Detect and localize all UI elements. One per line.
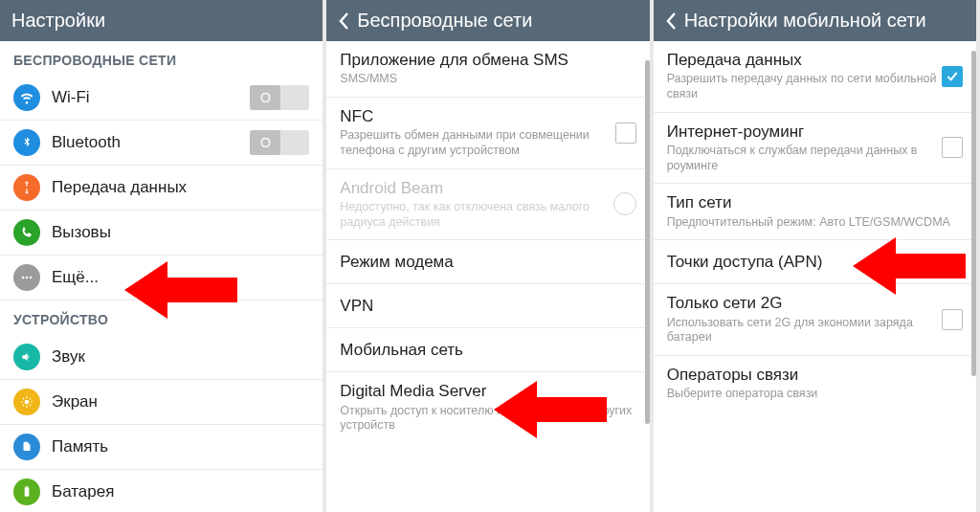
data-sub: Разрешить передачу данных по сети мобиль… bbox=[667, 72, 942, 101]
header-mobile-network[interactable]: Настройки мобильной сети bbox=[654, 0, 976, 41]
dms-sub: Открыть доступ к носителю информации для… bbox=[340, 404, 635, 434]
row-battery[interactable]: Батарея bbox=[0, 470, 323, 512]
nfc-sub: Разрешить обмен данными при совмещении т… bbox=[340, 128, 614, 158]
header-wireless[interactable]: Беспроводные сети bbox=[326, 0, 649, 41]
section-device: УСТРОЙСТВО bbox=[0, 301, 323, 335]
dms-title: Digital Media Server bbox=[340, 382, 635, 401]
row-only-2g[interactable]: Только сети 2G Использовать сети 2G для … bbox=[654, 284, 976, 356]
header-title: Беспроводные сети bbox=[357, 10, 532, 32]
only2g-title: Только сети 2G bbox=[667, 294, 942, 313]
svg-line-8 bbox=[23, 398, 24, 399]
battery-icon bbox=[13, 479, 40, 505]
battery-label: Батарея bbox=[52, 482, 309, 501]
svg-point-0 bbox=[22, 277, 25, 279]
calls-label: Вызовы bbox=[52, 223, 309, 242]
row-vpn[interactable]: VPN bbox=[326, 284, 649, 328]
roaming-title: Интернет-роуминг bbox=[667, 122, 942, 142]
wireless-list: Приложение для обмена SMS SMS/MMS NFC Ра… bbox=[326, 41, 649, 512]
row-data-usage[interactable]: Передача данных bbox=[0, 166, 323, 211]
svg-rect-12 bbox=[25, 487, 30, 496]
sound-label: Звук bbox=[52, 347, 309, 367]
row-wifi[interactable]: Wi-Fi O bbox=[0, 76, 323, 121]
screen-label: Экран bbox=[52, 392, 309, 412]
scrollbar[interactable] bbox=[971, 41, 976, 512]
svg-point-3 bbox=[25, 400, 30, 405]
svg-point-2 bbox=[30, 277, 33, 279]
row-sound[interactable]: Звук bbox=[0, 335, 323, 380]
scrollbar-thumb[interactable] bbox=[971, 51, 976, 376]
row-bluetooth[interactable]: Bluetooth O bbox=[0, 121, 323, 166]
screen-settings: Настройки БЕСПРОВОДНЫЕ СЕТИ Wi-Fi O Blue… bbox=[0, 0, 326, 512]
nfc-title: NFC bbox=[340, 107, 614, 126]
vpn-title: VPN bbox=[340, 297, 635, 316]
svg-line-10 bbox=[23, 405, 24, 406]
back-icon[interactable] bbox=[665, 11, 679, 31]
nfc-checkbox[interactable] bbox=[615, 122, 636, 144]
row-memory[interactable]: Память bbox=[0, 425, 323, 470]
data-usage-icon bbox=[13, 174, 40, 201]
row-calls[interactable]: Вызовы bbox=[0, 211, 323, 256]
mobile-network-list: Передача данных Разрешить передачу данны… bbox=[654, 41, 976, 512]
row-more[interactable]: Ещё... bbox=[0, 256, 323, 301]
beam-title: Android Beam bbox=[340, 179, 612, 198]
apn-title: Точки доступа (APN) bbox=[667, 253, 963, 272]
only2g-sub: Использовать сети 2G для экономии заряда… bbox=[667, 316, 942, 345]
back-icon[interactable] bbox=[338, 11, 351, 31]
section-wireless: БЕСПРОВОДНЫЕ СЕТИ bbox=[0, 41, 323, 76]
bluetooth-toggle[interactable]: O bbox=[250, 130, 309, 155]
svg-line-9 bbox=[30, 405, 31, 406]
phone-icon bbox=[13, 219, 40, 246]
wifi-toggle[interactable]: O bbox=[250, 85, 309, 110]
tether-title: Режим модема bbox=[340, 253, 635, 272]
roaming-checkbox[interactable] bbox=[942, 137, 963, 158]
operators-title: Операторы связи bbox=[667, 366, 963, 385]
bluetooth-label: Bluetooth bbox=[52, 133, 250, 152]
svg-point-1 bbox=[26, 277, 29, 279]
row-screen[interactable]: Экран bbox=[0, 380, 323, 425]
only2g-checkbox[interactable] bbox=[942, 309, 963, 330]
svg-rect-13 bbox=[26, 486, 28, 487]
wifi-label: Wi-Fi bbox=[52, 88, 250, 107]
screen-wireless: Беспроводные сети Приложение для обмена … bbox=[326, 0, 653, 512]
row-nfc[interactable]: NFC Разрешить обмен данными при совмещен… bbox=[326, 98, 649, 169]
row-mobile-network[interactable]: Мобильная сеть bbox=[326, 328, 649, 372]
row-android-beam: Android Beam Недоступно, так как отключе… bbox=[326, 169, 649, 241]
beam-sub: Недоступно, так как отключена связь мало… bbox=[340, 200, 612, 230]
row-roaming[interactable]: Интернет-роуминг Подключаться к службам … bbox=[654, 113, 976, 185]
roaming-sub: Подключаться к службам передачи данных в… bbox=[667, 144, 942, 173]
header-settings: Настройки bbox=[0, 0, 323, 41]
sms-sub: SMS/MMS bbox=[340, 72, 635, 87]
scrollbar-thumb[interactable] bbox=[645, 60, 650, 424]
row-data-transfer[interactable]: Передача данных Разрешить передачу данны… bbox=[654, 41, 976, 113]
more-label: Ещё... bbox=[52, 268, 309, 287]
row-sms-app[interactable]: Приложение для обмена SMS SMS/MMS bbox=[326, 41, 649, 98]
brightness-icon bbox=[13, 389, 40, 415]
row-network-type[interactable]: Тип сети Предпочтительный режим: Авто LT… bbox=[654, 184, 976, 240]
nettype-sub: Предпочтительный режим: Авто LTE/GSM/WCD… bbox=[667, 215, 963, 231]
operators-sub: Выберите оператора связи bbox=[667, 387, 963, 402]
settings-list: БЕСПРОВОДНЫЕ СЕТИ Wi-Fi O Bluetooth O Пе… bbox=[0, 41, 323, 512]
scrollbar[interactable] bbox=[645, 41, 650, 512]
row-dms[interactable]: Digital Media Server Открыть доступ к но… bbox=[326, 372, 649, 443]
header-title: Настройки мобильной сети bbox=[684, 10, 926, 32]
memory-label: Память bbox=[52, 437, 309, 456]
data-checkbox[interactable] bbox=[942, 66, 963, 87]
row-tethering[interactable]: Режим модема bbox=[326, 240, 649, 284]
nettype-title: Тип сети bbox=[667, 193, 963, 212]
wifi-icon bbox=[13, 84, 40, 111]
beam-toggle bbox=[613, 192, 636, 215]
header-title: Настройки bbox=[11, 10, 105, 32]
more-icon bbox=[13, 264, 40, 291]
row-operators[interactable]: Операторы связи Выберите оператора связи bbox=[654, 356, 976, 412]
mobile-title: Мобильная сеть bbox=[340, 341, 635, 360]
storage-icon bbox=[13, 434, 40, 460]
sms-title: Приложение для обмена SMS bbox=[340, 51, 635, 70]
sound-icon bbox=[13, 344, 40, 370]
svg-line-11 bbox=[30, 398, 31, 399]
data-title: Передача данных bbox=[667, 51, 942, 70]
data-usage-label: Передача данных bbox=[52, 178, 309, 197]
screen-mobile-network: Настройки мобильной сети Передача данных… bbox=[654, 0, 980, 512]
bluetooth-icon bbox=[13, 129, 40, 156]
row-apn[interactable]: Точки доступа (APN) bbox=[654, 240, 976, 284]
